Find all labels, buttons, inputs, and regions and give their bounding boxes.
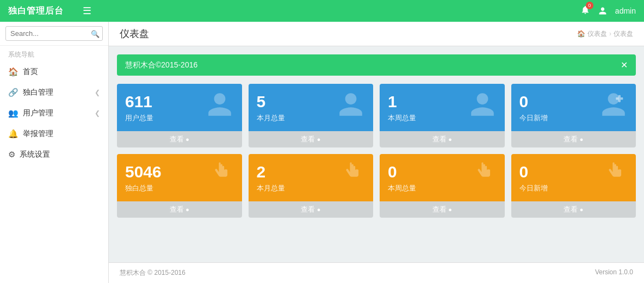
nav-section-label: 系统导航 xyxy=(0,46,108,61)
sidebar-item-report[interactable]: 🔔 举报管理 xyxy=(0,124,108,144)
sidebar-item-label-settings: 系统设置 xyxy=(20,150,50,159)
blue-card-footer-1[interactable]: 查看 ● xyxy=(249,131,374,147)
page-title: 仪表盘 xyxy=(120,27,149,40)
sidebar-item-duobai[interactable]: 🔗 独白管理 ❮ xyxy=(0,82,108,103)
search-box-container: 🔍 xyxy=(0,22,108,46)
sidebar-item-label-report: 举报管理 xyxy=(23,129,53,139)
content-body: 慧积木合©2015-2016 ✕ 611 用户总量 xyxy=(109,46,644,262)
top-header: 独白管理后台 ☰ 0 admin xyxy=(0,0,644,22)
admin-label[interactable]: admin xyxy=(615,7,636,15)
orange-card-footer-0[interactable]: 查看 ● xyxy=(117,201,242,218)
page-footer: 慧积木合 © 2015-2016 Version 1.0.0 xyxy=(109,262,644,283)
blue-stat-label-3: 今日新增 xyxy=(519,113,548,123)
orange-stat-number-1: 2 xyxy=(257,163,285,181)
settings-icon: ⚙ xyxy=(8,150,15,159)
sidebar-item-user[interactable]: 👥 用户管理 ❮ xyxy=(0,103,108,124)
duobai-icon: 🔗 xyxy=(8,88,18,97)
brand-title: 独白管理后台 xyxy=(8,5,64,17)
home-icon: 🏠 xyxy=(8,67,18,77)
blue-stat-number-2: 1 xyxy=(388,93,416,111)
content-header: 仪表盘 🏠 仪表盘 › 仪表盘 xyxy=(109,22,644,46)
breadcrumb-separator: › xyxy=(609,30,611,38)
footer-right: Version 1.0.0 xyxy=(595,268,633,278)
hand-icon-3 xyxy=(599,161,628,195)
breadcrumb-home: 仪表盘 xyxy=(587,29,607,39)
hand-icon-1 xyxy=(337,161,365,195)
orange-stat-label-0: 独白总量 xyxy=(125,183,162,193)
blue-stat-label-2: 本周总量 xyxy=(388,113,416,123)
notification-bell[interactable]: 0 xyxy=(580,5,590,17)
orange-card-1: 2 本月总量 查看 ● xyxy=(249,154,374,218)
user-icon xyxy=(598,7,607,15)
arrow-icon-duobai: ❮ xyxy=(95,89,100,96)
blue-card-1: 5 本月总量 查看 ● xyxy=(249,84,374,147)
header-right-icons: 0 admin xyxy=(580,5,636,17)
person-icon-0 xyxy=(206,90,234,125)
breadcrumb-home-icon: 🏠 xyxy=(577,30,585,38)
blue-card-3: 0 今日新增 查看 ● xyxy=(511,84,636,147)
person-icon-2 xyxy=(468,90,497,125)
alert-close-button[interactable]: ✕ xyxy=(621,60,628,70)
orange-stats-grid: 5046 独白总量 查看 ● 2 xyxy=(117,154,636,218)
alert-banner: 慧积木合©2015-2016 ✕ xyxy=(117,54,636,76)
blue-card-footer-0[interactable]: 查看 ● xyxy=(117,131,242,147)
content-area: 仪表盘 🏠 仪表盘 › 仪表盘 慧积木合©2015-2016 ✕ 611 xyxy=(109,22,644,283)
sidebar-item-label-duobai: 独白管理 xyxy=(23,88,53,97)
blue-stat-number-0: 611 xyxy=(125,93,153,111)
breadcrumb: 🏠 仪表盘 › 仪表盘 xyxy=(577,29,633,39)
person-icon-1 xyxy=(337,90,365,125)
hand-icon-0 xyxy=(206,161,234,195)
orange-stat-number-0: 5046 xyxy=(125,163,162,181)
breadcrumb-current: 仪表盘 xyxy=(614,29,633,39)
orange-stat-number-3: 0 xyxy=(519,163,548,181)
sidebar-item-label-user: 用户管理 xyxy=(23,108,53,118)
orange-stat-label-2: 本周总量 xyxy=(388,183,416,193)
search-icon[interactable]: 🔍 xyxy=(91,29,100,38)
hand-icon-2 xyxy=(468,161,497,195)
orange-stat-label-1: 本月总量 xyxy=(257,183,285,193)
main-layout: 🔍 系统导航 🏠 首页 🔗 独白管理 ❮ 👥 用户管理 ❮ xyxy=(0,22,644,283)
alert-text: 慧积木合©2015-2016 xyxy=(125,60,197,70)
orange-card-3: 0 今日新增 查看 ● xyxy=(511,154,636,218)
orange-stat-number-2: 0 xyxy=(388,163,416,181)
blue-stats-grid: 611 用户总量 查看 ● 5 xyxy=(117,84,636,147)
blue-card-footer-3[interactable]: 查看 ● xyxy=(511,131,636,147)
person-icon-3 xyxy=(599,90,628,125)
orange-card-0: 5046 独白总量 查看 ● xyxy=(117,154,242,218)
blue-stat-label-1: 本月总量 xyxy=(257,113,285,123)
blue-stat-label-0: 用户总量 xyxy=(125,113,153,123)
blue-card-0: 611 用户总量 查看 ● xyxy=(117,84,242,147)
menu-toggle-icon[interactable]: ☰ xyxy=(83,5,91,17)
orange-card-footer-1[interactable]: 查看 ● xyxy=(249,201,374,218)
orange-card-footer-2[interactable]: 查看 ● xyxy=(380,201,505,218)
user-mgmt-icon: 👥 xyxy=(8,108,18,118)
sidebar-item-label-home: 首页 xyxy=(23,67,38,77)
orange-stat-label-3: 今日新增 xyxy=(519,183,548,193)
sidebar-item-settings[interactable]: ⚙ 系统设置 xyxy=(0,144,108,165)
orange-card-2: 0 本周总量 查看 ● xyxy=(380,154,505,218)
arrow-icon-user: ❮ xyxy=(95,109,100,117)
orange-card-footer-3[interactable]: 查看 ● xyxy=(511,201,636,218)
blue-stat-number-1: 5 xyxy=(257,93,285,111)
blue-card-2: 1 本周总量 查看 ● xyxy=(380,84,505,147)
blue-card-footer-2[interactable]: 查看 ● xyxy=(380,131,505,147)
sidebar: 🔍 系统导航 🏠 首页 🔗 独白管理 ❮ 👥 用户管理 ❮ xyxy=(0,22,109,283)
report-icon: 🔔 xyxy=(8,129,18,139)
blue-stat-number-3: 0 xyxy=(519,93,548,111)
footer-left: 慧积木合 © 2015-2016 xyxy=(120,268,185,278)
bell-badge: 0 xyxy=(586,2,593,9)
sidebar-item-home[interactable]: 🏠 首页 xyxy=(0,61,108,82)
search-input[interactable] xyxy=(5,26,103,41)
